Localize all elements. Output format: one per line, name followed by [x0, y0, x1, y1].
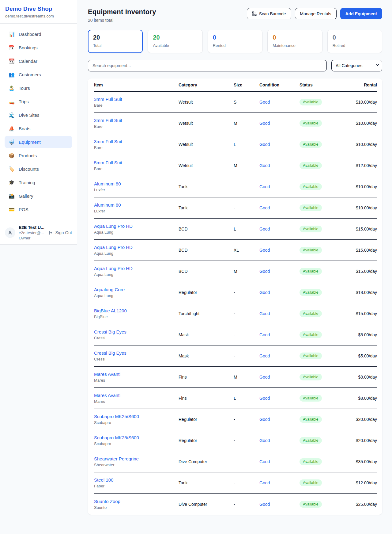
item-brand: Bare — [94, 103, 179, 108]
rental-cell: $8.00/day — [354, 375, 377, 380]
item-brand: BigBlue — [94, 315, 179, 319]
item-name-link[interactable]: Shearwater Peregrine — [94, 456, 179, 461]
condition-link[interactable]: Good — [259, 121, 300, 126]
table-row: Scubapro MK25/S600 Scubapro Regulator - … — [94, 430, 377, 451]
status-cell: Available — [300, 437, 354, 444]
item-name-link[interactable]: Scubapro MK25/S600 — [94, 414, 179, 419]
item-name-link[interactable]: Aqualung Core — [94, 287, 179, 292]
size-cell: - — [234, 353, 259, 358]
add-equipment-button[interactable]: Add Equipment — [340, 8, 382, 19]
rental-cell: $15.00/day — [354, 269, 377, 274]
sign-out-button[interactable]: Sign Out — [48, 230, 72, 235]
stat-card-total[interactable]: 20 Total — [88, 30, 143, 53]
category-cell: Regulator — [179, 438, 234, 443]
item-name-link[interactable]: Aluminum 80 — [94, 202, 179, 208]
item-brand: Luxfer — [94, 209, 179, 213]
sidebar-item-pos[interactable]: 💳 POS — [5, 203, 72, 216]
item-name-link[interactable]: Mares Avanti — [94, 372, 179, 377]
status-cell: Available — [300, 120, 354, 127]
category-cell: Mask — [179, 353, 234, 358]
item-name-link[interactable]: Scubapro MK25/S600 — [94, 435, 179, 440]
condition-link[interactable]: Good — [259, 184, 300, 189]
table-row: Aqua Lung Pro HD Aqua Lung BCD L Good Av… — [94, 219, 377, 240]
stat-card-maintenance[interactable]: 0 Maintenance — [267, 30, 322, 53]
condition-link[interactable]: Good — [259, 502, 300, 507]
condition-link[interactable]: Good — [259, 396, 300, 401]
rental-cell: $20.00/day — [354, 417, 377, 422]
user-email: e2e-tester@... — [19, 231, 45, 235]
item-name-link[interactable]: 3mm Full Suit — [94, 97, 179, 102]
sidebar-item-products[interactable]: 📦 Products — [5, 149, 72, 162]
item-cell: Aqua Lung Pro HD Aqua Lung — [94, 223, 179, 235]
condition-link[interactable]: Good — [259, 438, 300, 443]
condition-link[interactable]: Good — [259, 269, 300, 274]
stat-card-available[interactable]: 20 Available — [148, 30, 202, 53]
condition-link[interactable]: Good — [259, 480, 300, 485]
category-cell: Fins — [179, 375, 234, 380]
condition-link[interactable]: Good — [259, 459, 300, 464]
item-name-link[interactable]: 3mm Full Suit — [94, 139, 179, 144]
rental-cell: $10.00/day — [354, 142, 377, 147]
search-input[interactable] — [88, 60, 327, 71]
item-name-link[interactable]: Steel 100 — [94, 477, 179, 483]
sidebar-item-bookings[interactable]: 📅 Bookings — [5, 41, 72, 54]
status-cell: Available — [300, 226, 354, 232]
sidebar-item-training[interactable]: 🎓 Training — [5, 176, 72, 189]
item-name-link[interactable]: Aqua Lung Pro HD — [94, 223, 179, 229]
status-cell: Available — [300, 395, 354, 402]
item-name-link[interactable]: Aqua Lung Pro HD — [94, 266, 179, 271]
sidebar-item-equipment[interactable]: 🤿 Equipment — [5, 136, 72, 148]
size-cell: M — [234, 163, 259, 168]
condition-link[interactable]: Good — [259, 227, 300, 231]
category-select[interactable]: All Categories — [331, 60, 382, 71]
pos-icon: 💳 — [9, 207, 15, 212]
sidebar-item-discounts[interactable]: 🏷️ Discounts — [5, 163, 72, 175]
item-brand: Luxfer — [94, 188, 179, 192]
category-cell: Torch/Light — [179, 311, 234, 316]
condition-link[interactable]: Good — [259, 332, 300, 337]
item-name-link[interactable]: 3mm Full Suit — [94, 118, 179, 123]
sidebar-item-trips[interactable]: 🚤 Trips — [5, 95, 72, 108]
condition-link[interactable]: Good — [259, 290, 300, 295]
table-row: Suunto Zoop Suunto Dive Computer - Good … — [94, 494, 377, 515]
trips-icon: 🚤 — [9, 99, 15, 105]
size-cell: - — [234, 311, 259, 316]
condition-link[interactable]: Good — [259, 311, 300, 316]
sidebar-item-dashboard[interactable]: 📊 Dashboard — [5, 28, 72, 40]
item-cell: Aluminum 80 Luxfer — [94, 181, 179, 192]
status-cell: Available — [300, 141, 354, 148]
manage-rentals-button[interactable]: Manage Rentals — [295, 8, 337, 19]
condition-link[interactable]: Good — [259, 417, 300, 422]
sidebar-item-gallery[interactable]: 📸 Gallery — [5, 190, 72, 202]
stat-card-rented[interactable]: 0 Rented — [208, 30, 262, 53]
item-cell: Scubapro MK25/S600 Scubapro — [94, 435, 179, 446]
avatar — [5, 227, 15, 238]
condition-link[interactable]: Good — [259, 375, 300, 380]
item-name-link[interactable]: Aqua Lung Pro HD — [94, 245, 179, 250]
sidebar-item-dive-sites[interactable]: 🌊 Dive Sites — [5, 109, 72, 121]
scan-barcode-button[interactable]: Scan Barcode — [247, 8, 291, 19]
status-cell: Available — [300, 479, 354, 486]
item-name-link[interactable]: Cressi Big Eyes — [94, 350, 179, 356]
items-count: 20 items total — [88, 18, 156, 23]
condition-link[interactable]: Good — [259, 205, 300, 210]
sidebar-item-calendar[interactable]: 📆 Calendar — [5, 55, 72, 67]
condition-link[interactable]: Good — [259, 142, 300, 147]
item-name-link[interactable]: BigBlue AL1200 — [94, 308, 179, 313]
condition-link[interactable]: Good — [259, 163, 300, 168]
status-cell: Available — [300, 353, 354, 359]
condition-link[interactable]: Good — [259, 248, 300, 253]
sidebar-item-boats[interactable]: ⛵ Boats — [5, 122, 72, 135]
item-name-link[interactable]: Cressi Big Eyes — [94, 329, 179, 334]
condition-link[interactable]: Good — [259, 100, 300, 105]
sidebar-item-customers[interactable]: 👥 Customers — [5, 68, 72, 81]
item-name-link[interactable]: Mares Avanti — [94, 393, 179, 398]
user-meta: E2E Test U... e2e-tester@... Owner — [19, 225, 45, 240]
sidebar-item-tours[interactable]: 🏝️ Tours — [5, 82, 72, 94]
condition-link[interactable]: Good — [259, 353, 300, 358]
item-cell: 3mm Full Suit Bare — [94, 97, 179, 108]
stat-card-retired[interactable]: 0 Retired — [327, 30, 382, 53]
item-name-link[interactable]: Aluminum 80 — [94, 181, 179, 186]
item-name-link[interactable]: 5mm Full Suit — [94, 160, 179, 165]
item-name-link[interactable]: Suunto Zoop — [94, 499, 179, 504]
